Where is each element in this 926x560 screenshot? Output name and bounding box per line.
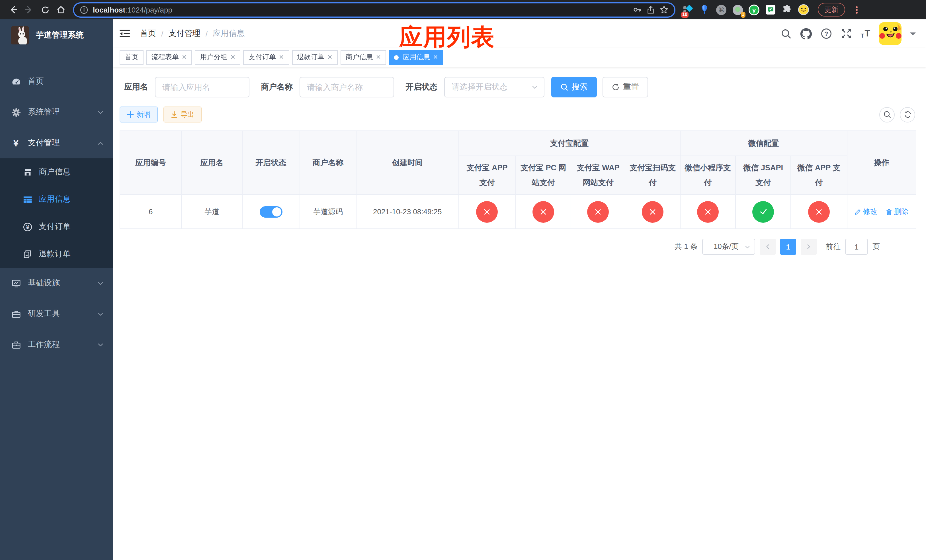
browser-forward-button[interactable] — [22, 2, 36, 17]
yen-icon: ¥ — [11, 138, 21, 148]
tab-refund-order[interactable]: 退款订单✕ — [292, 50, 337, 65]
close-icon[interactable]: ✕ — [279, 54, 284, 61]
cross-icon — [483, 207, 492, 216]
page-size-select[interactable]: 10条/页 — [702, 239, 755, 255]
sidebar-subitem-app-info[interactable]: 应用信息 — [0, 186, 113, 213]
sidebar-item-system-management[interactable]: 系统管理 — [0, 97, 113, 128]
browser-home-button[interactable] — [53, 2, 68, 17]
merchant-name-label: 商户名称 — [261, 82, 293, 92]
browser-back-button[interactable] — [6, 2, 21, 17]
browser-toolbar: localhost:1024/pay/app 10 ⌘ — [0, 0, 926, 20]
cell-app-id: 6 — [120, 195, 182, 229]
app-name-input[interactable] — [155, 77, 250, 97]
col-header-wx-jsapi: 微信 JSAPI 支付 — [735, 156, 791, 195]
prev-page-button[interactable] — [760, 239, 776, 255]
toggle-search-button[interactable] — [879, 107, 895, 122]
chevron-down-icon — [97, 311, 104, 317]
sidebar-item-home[interactable]: 首页 — [0, 66, 113, 97]
extension-y-icon[interactable]: y — [748, 4, 760, 15]
header-search-icon[interactable] — [781, 28, 791, 39]
breadcrumb-home[interactable]: 首页 — [140, 29, 156, 39]
avatar-caret-icon[interactable] — [910, 32, 916, 38]
tab-flow-form[interactable]: 流程表单✕ — [146, 50, 192, 65]
page-number-current[interactable]: 1 — [780, 239, 796, 255]
enabled-toggle[interactable] — [259, 206, 282, 217]
status-alipay-pc — [533, 201, 554, 222]
close-icon[interactable]: ✕ — [376, 54, 381, 61]
app-logo[interactable]: 芋道管理系统 — [0, 20, 113, 51]
add-button[interactable]: 新增 — [120, 106, 158, 123]
refresh-table-button[interactable] — [900, 107, 915, 122]
extension-chat-icon[interactable] — [765, 4, 776, 15]
site-info-icon[interactable] — [80, 5, 88, 14]
app-name-label: 应用名 — [124, 82, 148, 92]
browser-menu-icon[interactable] — [853, 6, 861, 14]
sidebar-item-infrastructure[interactable]: 基础设施 — [0, 268, 113, 298]
toolbox-icon — [11, 340, 21, 350]
tab-user-group[interactable]: 用户分组✕ — [195, 50, 240, 65]
address-bar[interactable]: localhost:1024/pay/app — [73, 2, 675, 17]
url-text: localhost:1024/pay/app — [93, 5, 628, 14]
extension-balloon-icon[interactable] — [699, 4, 710, 15]
plus-icon — [127, 111, 134, 118]
table-toolbar: 新增 导出 — [120, 106, 916, 123]
delete-link[interactable]: 删除 — [885, 206, 909, 217]
goto-page-input[interactable] — [845, 239, 868, 255]
reset-button[interactable]: 重置 — [602, 77, 648, 97]
browser-profile-avatar[interactable] — [798, 4, 809, 15]
next-page-button[interactable] — [801, 239, 817, 255]
group-header-alipay: 支付宝配置 — [458, 131, 680, 156]
edit-pen-icon — [854, 208, 861, 215]
extension-diamond-icon[interactable]: 10 — [682, 4, 694, 15]
merchant-name-input[interactable] — [300, 77, 394, 97]
search-button[interactable]: 搜索 — [551, 77, 597, 97]
cross-icon — [703, 207, 713, 216]
bookmark-star-icon[interactable] — [660, 5, 669, 14]
col-header-app-id: 应用编号 — [120, 131, 182, 195]
fullscreen-icon[interactable] — [841, 28, 852, 39]
sidebar-collapse-icon[interactable] — [118, 27, 131, 40]
svg-text:y: y — [752, 6, 756, 13]
tab-merchant-info[interactable]: 商户信息✕ — [340, 50, 386, 65]
extensions-puzzle-icon[interactable] — [781, 4, 793, 15]
col-header-enabled: 开启状态 — [242, 131, 300, 195]
cell-created: 2021-10-23 08:49:25 — [356, 195, 458, 229]
share-icon[interactable] — [646, 5, 655, 14]
tab-pay-order[interactable]: 支付订单✕ — [244, 50, 289, 65]
col-header-alipay-qr: 支付宝扫码支付 — [625, 156, 680, 195]
github-icon[interactable] — [800, 28, 812, 39]
close-icon[interactable]: ✕ — [182, 54, 187, 61]
sidebar-subitem-refund-order[interactable]: 退款订单 — [0, 241, 113, 268]
chevron-right-icon — [806, 244, 811, 250]
export-button[interactable]: 导出 — [163, 106, 201, 123]
table-row: 6 芋道 芋道源码 2021-10-23 08:49:25 — [120, 195, 916, 229]
sidebar-item-workflow[interactable]: 工作流程 — [0, 329, 113, 360]
status-alipay-qr — [642, 201, 663, 222]
sidebar-subitem-payment-order[interactable]: ¥ 支付订单 — [0, 213, 113, 241]
cell-operations: 修改 删除 — [847, 195, 916, 229]
close-icon[interactable]: ✕ — [230, 54, 235, 61]
payment-submenu: 商户信息 应用信息 ¥ 支付订单 — [0, 158, 113, 268]
extension-recorder-icon[interactable]: 1 — [732, 4, 743, 15]
tab-home[interactable]: 首页 — [120, 50, 144, 65]
close-icon[interactable]: ✕ — [433, 54, 438, 61]
sidebar-item-dev-tools[interactable]: 研发工具 — [0, 298, 113, 329]
cell-enabled — [242, 195, 300, 229]
app-title: 芋道管理系统 — [36, 30, 84, 41]
font-size-icon[interactable]: TT — [861, 29, 870, 39]
search-icon — [560, 83, 568, 91]
edit-link[interactable]: 修改 — [854, 206, 878, 217]
browser-reload-button[interactable] — [38, 2, 52, 17]
password-key-icon[interactable] — [633, 5, 642, 14]
help-icon[interactable]: ? — [821, 28, 832, 39]
sidebar-subitem-merchant-info[interactable]: 商户信息 — [0, 158, 113, 186]
breadcrumb-payment[interactable]: 支付管理 — [169, 29, 200, 39]
home-icon — [56, 5, 65, 14]
close-icon[interactable]: ✕ — [327, 54, 332, 61]
user-avatar[interactable] — [879, 22, 902, 45]
status-select[interactable]: 请选择开启状态 — [444, 77, 545, 97]
dashboard-icon — [11, 77, 21, 86]
extension-command-icon[interactable]: ⌘ — [715, 4, 727, 15]
browser-update-button[interactable]: 更新 — [818, 3, 845, 17]
sidebar-item-payment-management[interactable]: ¥ 支付管理 — [0, 128, 113, 158]
